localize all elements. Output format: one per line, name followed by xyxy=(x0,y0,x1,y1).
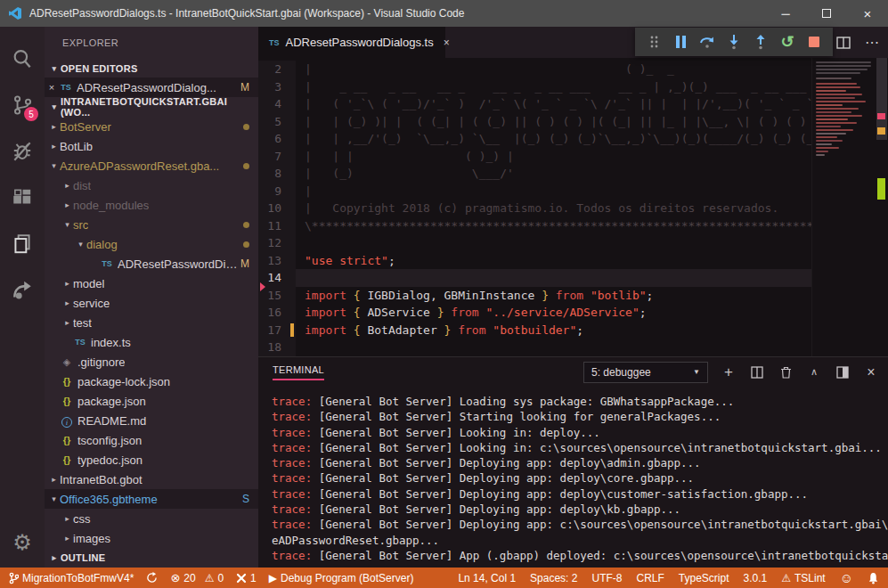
close-icon[interactable]: × xyxy=(45,82,59,93)
problems-status[interactable]: ⊗ 20 ⚠ 0 xyxy=(170,571,224,584)
line-number[interactable]: 2 xyxy=(258,61,290,78)
chevron-right-icon[interactable]: ▸ xyxy=(61,279,73,288)
editor-scrollbar[interactable] xyxy=(876,58,888,356)
code-line-8[interactable]: 8| (_) \___/' xyxy=(258,165,888,183)
gutter[interactable] xyxy=(290,61,296,78)
open-editors-header[interactable]: ▾ OPEN EDITORS xyxy=(45,59,258,78)
chevron-down-icon[interactable]: ▾ xyxy=(75,240,86,249)
gutter[interactable] xyxy=(290,78,296,96)
tree-item-index-ts[interactable]: TSindex.ts xyxy=(45,332,258,352)
cursor-position[interactable]: Ln 14, Col 1 xyxy=(458,572,516,584)
chevron-right-icon[interactable]: ▸ xyxy=(61,181,73,190)
code-line-15[interactable]: 15import { IGBDialog, GBMinInstance } fr… xyxy=(258,287,888,305)
tab-close-icon[interactable]: × xyxy=(444,37,450,49)
gutter[interactable] xyxy=(290,165,296,183)
tree-item-service[interactable]: ▸service xyxy=(45,293,258,313)
pause-icon[interactable] xyxy=(669,30,692,53)
line-number[interactable]: 13 xyxy=(258,252,290,270)
tree-item-typedoc-json[interactable]: {}typedoc.json xyxy=(45,450,258,470)
drag-grip-icon[interactable] xyxy=(642,30,665,53)
chevron-right-icon[interactable]: ▸ xyxy=(61,200,73,209)
gutter[interactable] xyxy=(290,287,296,305)
gutter[interactable] xyxy=(290,130,296,148)
chevron-down-icon[interactable]: ▾ xyxy=(48,494,60,503)
tree-item-dialog[interactable]: ▾dialog xyxy=(45,234,258,254)
tab-terminal[interactable]: TERMINAL xyxy=(273,364,324,380)
tree-item-readme-md[interactable]: iREADME.md xyxy=(45,411,258,430)
restart-icon[interactable]: ↺ xyxy=(776,30,799,53)
chevron-right-icon[interactable]: ▸ xyxy=(61,534,73,543)
gutter[interactable] xyxy=(290,217,296,235)
close-button[interactable]: × xyxy=(847,0,888,27)
notifications-bell[interactable] xyxy=(868,572,879,584)
gutter[interactable] xyxy=(290,234,296,252)
outline-header[interactable]: ▸ OUTLINE xyxy=(45,548,258,568)
gutter[interactable] xyxy=(290,148,296,166)
tree-item-botserver[interactable]: ▸BotServer xyxy=(45,117,258,136)
line-number[interactable]: 12 xyxy=(258,234,290,252)
code-line-3[interactable]: 3| _ __ _ __ __ _ __ _ _ __ ___ __ _ | ,… xyxy=(258,78,888,96)
build-tasks-status[interactable]: 1 xyxy=(236,572,257,584)
chevron-right-icon[interactable]: ▸ xyxy=(61,514,73,523)
step-into-icon[interactable] xyxy=(722,30,745,53)
tree-item-dist[interactable]: ▸dist xyxy=(45,176,258,195)
indentation[interactable]: Spaces: 2 xyxy=(530,572,577,584)
tree-item-tsconfig-json[interactable]: {}tsconfig.json xyxy=(45,430,258,450)
tree-item-azureadpasswordreset-gba[interactable]: ▾AzureADPasswordReset.gba... xyxy=(45,156,258,176)
stop-icon[interactable] xyxy=(802,30,826,53)
eol-sequence[interactable]: CRLF xyxy=(636,572,664,584)
line-number[interactable]: 3 xyxy=(258,78,290,96)
line-number[interactable]: 7 xyxy=(258,148,290,166)
maximize-panel-icon[interactable]: ∧ xyxy=(806,364,822,380)
chevron-down-icon[interactable]: ▾ xyxy=(48,161,60,170)
code-line-13[interactable]: 13"use strict"; xyxy=(258,252,888,270)
tab-adresetpassworddialogs[interactable]: TS ADResetPasswordDialogs.ts × xyxy=(258,27,445,58)
settings-gear-icon[interactable]: ⚙ xyxy=(12,525,32,560)
split-terminal-icon[interactable] xyxy=(749,364,765,380)
tree-item-css[interactable]: ▸css xyxy=(45,509,258,528)
close-panel-icon[interactable]: × xyxy=(863,364,879,380)
tree-item-src[interactable]: ▾src xyxy=(45,215,258,234)
tree-item-images[interactable]: ▸images xyxy=(45,528,258,548)
debug-launch-status[interactable]: ▶ Debug Program (BotServer) xyxy=(269,572,414,584)
more-actions-icon[interactable]: ⋯ xyxy=(865,34,879,51)
search-icon[interactable] xyxy=(0,36,45,82)
chevron-right-icon[interactable]: ▸ xyxy=(61,318,73,327)
tree-item-botlib[interactable]: ▸BotLib xyxy=(45,136,258,156)
tree-item-test[interactable]: ▸test xyxy=(45,313,258,332)
chevron-right-icon[interactable]: ▸ xyxy=(48,475,60,484)
workspace-header[interactable]: ▾ INTRANETBOTQUICKSTART.GBAI (WO... xyxy=(45,97,258,117)
kill-terminal-icon[interactable] xyxy=(778,364,794,380)
export-icon[interactable] xyxy=(0,267,45,314)
debug-icon[interactable] xyxy=(0,128,45,175)
source-control-icon[interactable]: 5 xyxy=(0,82,45,128)
tslint-status[interactable]: ⚠ TSLint xyxy=(781,572,825,584)
tree-item-adresetpassworddial[interactable]: TSADResetPasswordDial...M xyxy=(45,254,258,274)
line-number[interactable]: 16 xyxy=(258,304,290,322)
tree-item-package-json[interactable]: {}package.json xyxy=(45,391,258,411)
split-editor-icon[interactable] xyxy=(836,36,851,50)
ts-version[interactable]: 3.0.1 xyxy=(744,572,768,584)
step-over-icon[interactable] xyxy=(696,30,719,53)
code-line-2[interactable]: 2| ( )_ _ xyxy=(258,61,888,78)
code-line-9[interactable]: 9| xyxy=(258,183,888,200)
documents-icon[interactable] xyxy=(0,221,45,267)
code-line-4[interactable]: 4| ( '_`\ ( '__)/'_` ) /'_` \( '_ ` _ `\… xyxy=(258,95,888,113)
tree-item-gitignore[interactable]: ◈.gitignore xyxy=(45,352,258,372)
gutter[interactable] xyxy=(290,269,296,287)
git-branch-status[interactable]: MigrationToBotFmwV4* xyxy=(9,572,134,584)
minimize-button[interactable]: ─ xyxy=(765,0,806,27)
chevron-right-icon[interactable]: ▸ xyxy=(61,298,73,307)
sync-status[interactable] xyxy=(146,572,158,584)
code-line-12[interactable]: 12 xyxy=(258,234,888,252)
chevron-right-icon[interactable]: ▸ xyxy=(48,142,60,151)
code-line-16[interactable]: 16import { ADService } from "../service/… xyxy=(258,304,888,322)
extensions-icon[interactable] xyxy=(0,175,45,221)
gutter[interactable] xyxy=(290,252,296,270)
line-number[interactable]: 18 xyxy=(258,339,290,356)
gutter[interactable] xyxy=(290,339,296,356)
code-line-7[interactable]: 7| | | ( )_) | xyxy=(258,148,888,166)
line-number[interactable]: 17 xyxy=(258,322,290,339)
code-line-5[interactable]: 5| | (_) )| | ( (_| | ( (_) || ( ) ( ) |… xyxy=(258,113,888,131)
line-number[interactable]: 4 xyxy=(258,95,290,113)
